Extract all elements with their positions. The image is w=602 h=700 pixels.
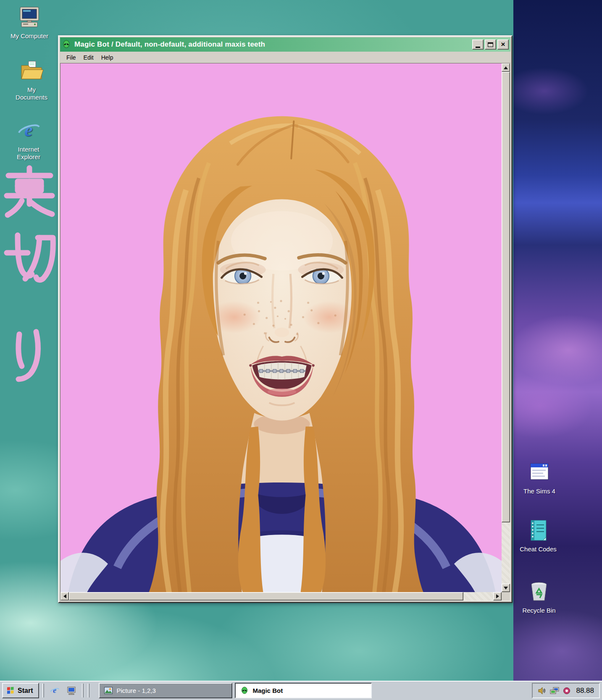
- desktop-icon-my-documents[interactable]: My Documents: [11, 59, 53, 101]
- arrow-up-icon: [504, 66, 508, 69]
- alien-icon: [240, 687, 249, 695]
- desktop-icon-cheat-codes[interactable]: Cheat Codes: [517, 518, 559, 553]
- menu-file[interactable]: File: [63, 53, 80, 62]
- taskbar-clock: 88.88: [574, 687, 594, 695]
- sims4-icon: [527, 460, 552, 485]
- desktop-icon: [66, 686, 76, 696]
- quicklaunch-show-desktop[interactable]: [64, 684, 79, 698]
- menu-help[interactable]: Help: [97, 53, 117, 62]
- arrow-right-icon: [496, 594, 499, 598]
- start-button[interactable]: Start: [2, 683, 39, 698]
- window-client-area: [60, 63, 510, 601]
- desktop-icon-label: Internet Explorer: [8, 146, 50, 160]
- wallpaper-kanji: [3, 165, 58, 400]
- kanji-kiri: [7, 235, 53, 280]
- arrow-down-icon: [504, 587, 508, 590]
- horizontal-scrollbar[interactable]: [60, 592, 502, 600]
- system-tray: 88.88: [532, 683, 600, 698]
- kanji-ura: [7, 168, 52, 215]
- recycle-bin-icon: [527, 579, 551, 604]
- vertical-scroll-thumb[interactable]: [502, 72, 510, 522]
- tray-app-icon[interactable]: [563, 687, 570, 695]
- desktop-icon-label: Cheat Codes: [517, 545, 559, 553]
- scroll-right-button[interactable]: [493, 592, 502, 600]
- vertical-scrollbar[interactable]: [502, 63, 510, 592]
- arrow-left-icon: [63, 594, 66, 598]
- svg-text:e: e: [53, 686, 56, 695]
- desktop-icon-the-sims-4[interactable]: The Sims 4: [518, 460, 560, 495]
- internet-explorer-icon: e: [16, 118, 41, 143]
- toolbar-grip[interactable]: [88, 684, 89, 697]
- horizontal-scroll-thumb[interactable]: [69, 592, 463, 600]
- volume-icon[interactable]: [538, 687, 546, 695]
- toolbar-grip[interactable]: [42, 684, 44, 697]
- toolbar-grip[interactable]: [82, 684, 84, 697]
- magic-bot-window: Magic Bot / Default, non-default, additi…: [58, 35, 513, 603]
- desktop: My Computer My Documents e Internet Expl…: [0, 0, 602, 700]
- network-icon[interactable]: [550, 687, 559, 695]
- window-titlebar[interactable]: Magic Bot / Default, non-default, additi…: [60, 37, 510, 52]
- window-menubar: File Edit Help: [60, 52, 510, 63]
- quicklaunch-internet-explorer[interactable]: e: [47, 684, 62, 698]
- vertical-scroll-track[interactable]: [502, 72, 510, 584]
- taskbar: Start e Picture - 1,2,3: [0, 681, 602, 700]
- maximize-icon: [488, 42, 493, 47]
- task-button-magic-bot[interactable]: Magic Bot: [235, 683, 372, 698]
- portrait-image: [60, 63, 502, 592]
- alien-icon: [62, 40, 71, 49]
- maximize-button[interactable]: [485, 39, 496, 50]
- scroll-left-button[interactable]: [60, 592, 69, 600]
- svg-text:e: e: [24, 120, 33, 140]
- scroll-down-button[interactable]: [502, 584, 510, 592]
- desktop-icon-recycle-bin[interactable]: Recycle Bin: [518, 579, 560, 614]
- kanji-ri: [18, 332, 38, 379]
- minimize-icon: [476, 47, 480, 48]
- close-button[interactable]: ×: [497, 39, 509, 50]
- desktop-icon-label: The Sims 4: [518, 488, 560, 495]
- cheat-codes-icon: [526, 518, 550, 543]
- menu-edit[interactable]: Edit: [80, 53, 97, 62]
- window-title: Magic Bot / Default, non-default, additi…: [74, 40, 265, 49]
- desktop-icon-label: Recycle Bin: [518, 607, 560, 614]
- internet-explorer-icon: e: [50, 686, 60, 696]
- scroll-up-button[interactable]: [502, 63, 510, 72]
- desktop-icon-internet-explorer[interactable]: e Internet Explorer: [8, 118, 50, 160]
- desktop-icon-label: My Computer: [8, 32, 50, 39]
- desktop-icon-label: My Documents: [11, 86, 53, 101]
- my-documents-icon: [19, 59, 44, 83]
- horizontal-scroll-track[interactable]: [69, 592, 493, 600]
- picture-icon: [104, 687, 113, 694]
- start-label: Start: [18, 687, 33, 695]
- task-button-picture[interactable]: Picture - 1,2,3: [99, 683, 232, 698]
- my-computer-icon: [17, 5, 42, 29]
- close-icon: ×: [501, 40, 505, 49]
- task-label: Picture - 1,2,3: [116, 687, 155, 694]
- task-label: Magic Bot: [252, 687, 283, 694]
- windows-flag-icon: [6, 687, 15, 695]
- scrollbar-corner: [502, 592, 510, 600]
- desktop-icon-my-computer[interactable]: My Computer: [8, 5, 50, 40]
- minimize-button[interactable]: [472, 39, 484, 50]
